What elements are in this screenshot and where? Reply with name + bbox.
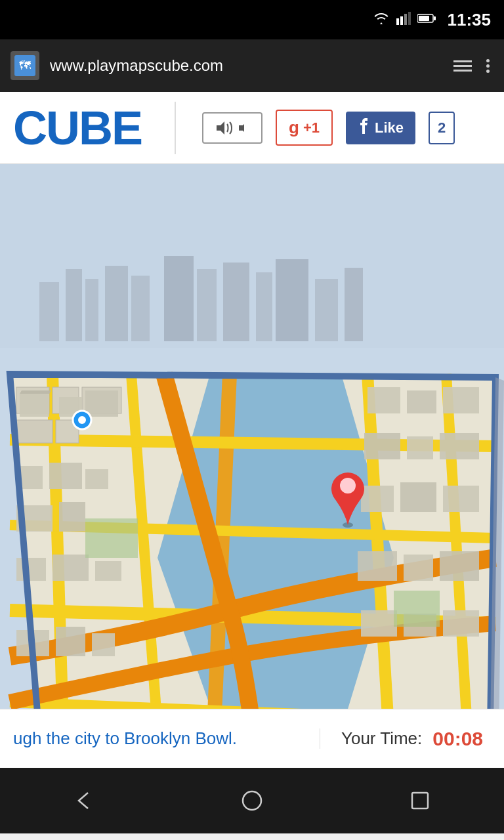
svg-rect-65 [440,433,479,459]
svg-rect-3 [408,12,411,25]
svg-point-78 [340,478,356,494]
svg-rect-41 [16,420,52,443]
svg-rect-75 [85,518,138,558]
svg-point-86 [243,791,261,810]
svg-rect-16 [105,266,128,341]
svg-rect-20 [223,262,249,341]
svg-rect-57 [92,633,115,656]
svg-rect-60 [368,387,400,413]
sound-button[interactable] [202,112,262,144]
svg-rect-63 [364,433,400,459]
svg-text:🗺: 🗺 [19,59,31,72]
facebook-like-button[interactable]: Like [346,112,415,144]
svg-rect-5 [434,16,436,20]
svg-rect-0 [396,18,399,25]
browser-menu-icon[interactable] [453,60,472,72]
svg-rect-87 [412,793,428,808]
svg-rect-2 [404,14,407,25]
destination-text: ugh the city to Brooklyn Bowl. [0,728,320,749]
svg-rect-19 [197,269,217,341]
cube-logo: CUBE [13,101,142,155]
bottom-info-bar: ugh the city to Brooklyn Bowl. Your Time… [0,709,504,768]
svg-rect-67 [400,482,436,512]
svg-marker-10 [239,124,244,132]
svg-marker-44 [20,390,51,394]
status-bar: 11:35 [0,0,504,39]
svg-rect-48 [49,463,82,489]
svg-rect-72 [361,610,397,637]
svg-rect-22 [276,259,308,341]
time-display: 11:35 [448,10,492,30]
svg-rect-23 [315,279,338,341]
facebook-like-label: Like [375,119,404,136]
navigation-bar [0,768,504,833]
svg-rect-24 [345,268,363,341]
page-header: CUBE g +1 Like 2 [0,92,504,164]
svg-rect-53 [52,555,89,581]
google-plus-label: g [289,117,299,138]
svg-rect-15 [85,279,98,341]
timer-value: 00:08 [432,728,483,750]
svg-rect-69 [358,551,397,581]
browser-more-options-icon[interactable] [482,59,494,73]
svg-rect-49 [85,469,108,489]
svg-rect-70 [404,555,433,581]
google-plus-button[interactable]: g +1 [276,110,333,146]
back-button[interactable] [61,778,107,824]
browser-url-display[interactable]: www.playmapscube.com [50,56,443,75]
your-time-label: Your Time: [341,728,422,749]
wifi-icon [373,12,390,28]
svg-rect-14 [66,269,82,341]
header-separator [175,102,176,154]
home-button[interactable] [229,778,275,824]
svg-rect-68 [443,486,479,512]
svg-rect-66 [361,486,394,512]
svg-rect-46 [85,390,118,417]
svg-rect-13 [39,282,59,341]
signal-icon [396,12,411,28]
browser-bar: 🗺 www.playmapscube.com [0,39,504,92]
time-section: Your Time: 00:08 [320,728,504,750]
facebook-f-icon [358,118,369,138]
svg-rect-76 [394,591,440,627]
svg-rect-56 [56,627,85,656]
battery-icon [417,13,436,27]
svg-rect-6 [419,16,429,21]
map-svg [0,164,504,709]
map-container[interactable] [0,164,504,709]
svg-point-80 [78,416,86,424]
svg-rect-62 [443,387,479,413]
svg-rect-21 [256,272,272,341]
svg-rect-17 [131,276,150,341]
browser-favicon: 🗺 [10,51,39,80]
svg-rect-64 [407,436,433,459]
svg-rect-43 [20,394,49,417]
svg-rect-74 [443,610,479,637]
svg-rect-1 [400,16,403,25]
svg-rect-18 [164,256,194,341]
svg-rect-52 [16,558,46,581]
svg-rect-71 [440,551,479,581]
recents-button[interactable] [397,778,443,824]
svg-rect-51 [59,502,85,532]
svg-marker-9 [217,121,224,135]
svg-rect-54 [95,561,121,581]
svg-rect-61 [407,390,436,413]
facebook-count-button[interactable]: 2 [429,112,455,144]
